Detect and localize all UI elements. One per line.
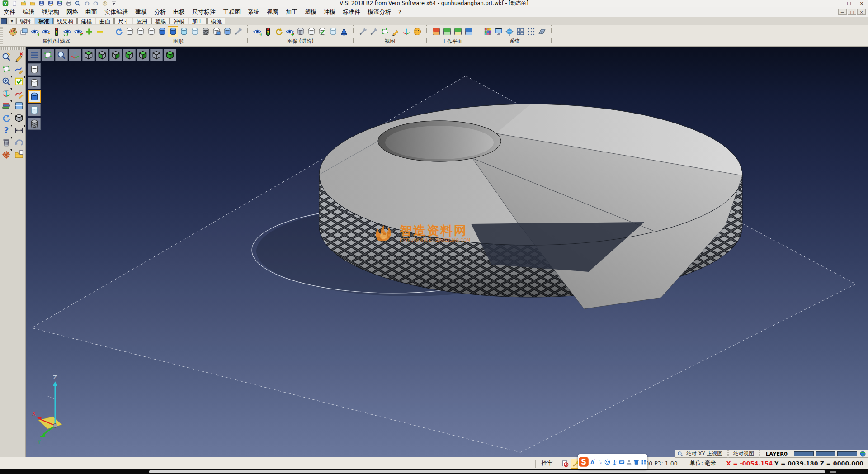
zoom-dynamic-button[interactable] [0,76,13,87]
units-label[interactable]: 单位: 毫米 [686,460,720,467]
delete-entities-button[interactable] [0,137,13,148]
new-document-button[interactable] [10,0,19,7]
query-help-button[interactable]: ? [0,124,13,136]
save-file-button[interactable] [38,0,46,7]
sketch-erase-button[interactable] [13,51,25,63]
view-sketch-button[interactable] [390,26,401,37]
system-colors-button[interactable] [482,26,493,37]
tab-曲面[interactable]: 曲面 [96,18,114,24]
menu-工程图[interactable]: 工程图 [219,7,244,17]
advanced-filter-light-button[interactable] [263,26,273,37]
view-frame-button[interactable] [379,26,390,37]
ghost-mode-button[interactable] [189,26,200,37]
menu-尺寸标注[interactable]: 尺寸标注 [189,7,219,17]
regen-graphics-button[interactable] [113,26,124,37]
undo-button[interactable] [83,0,91,7]
menu-标准件[interactable]: 标准件 [339,7,364,17]
orientation-axes-button[interactable] [0,88,13,100]
view-front-button[interactable] [109,49,122,61]
zoom-edit-button[interactable] [0,51,13,63]
advanced-visibility-button[interactable]: + [252,26,262,37]
ime-toolbox-button[interactable] [640,456,647,468]
system-workplane-surface-button[interactable] [537,26,547,37]
tab-标准[interactable]: 标准 [35,18,53,24]
remove-from-filter-button[interactable] [94,26,105,37]
regenerate-view-button[interactable] [0,112,13,124]
print-preview-button[interactable] [74,0,82,7]
display-translucent-button[interactable] [28,104,41,116]
menu-线架构[interactable]: 线架构 [38,7,63,17]
navigation-wheel-button[interactable] [0,149,13,161]
active-layer-label[interactable]: LAYER0 [762,451,792,457]
view-back-button[interactable] [123,49,136,61]
display-wireframe-button[interactable] [28,63,41,76]
view-left-button[interactable] [137,49,149,61]
menu-分析[interactable]: 分析 [151,7,170,17]
layer-filter-button[interactable] [19,26,29,37]
selection-frame-button[interactable] [0,63,13,75]
mdi-close-button[interactable]: × [857,9,866,15]
axonometric-axes-button[interactable] [69,49,81,61]
toolbar-separator-button[interactable] [119,0,127,7]
toolbar-options-button[interactable] [110,0,118,7]
spline-edit-button[interactable] [13,88,25,100]
menu-模流分析[interactable]: 模流分析 [364,7,395,17]
visi-logo-button[interactable]: V [1,0,9,7]
menu-塑模[interactable]: 塑模 [301,7,320,17]
mdi-restore-button[interactable]: □ [848,9,856,15]
tab-编辑[interactable]: 编辑 [16,18,34,24]
menu-曲面[interactable]: 曲面 [82,7,101,17]
menu-实体编辑[interactable]: 实体编辑 [101,7,132,17]
workplane-create-button[interactable] [442,26,452,37]
solid-preview-button[interactable] [13,112,25,124]
refresh-visibility-button[interactable] [62,26,72,37]
dock-drag-handle[interactable] [1,47,24,50]
validate-display-button[interactable] [317,26,327,37]
attribute-brush-button[interactable] [8,26,18,37]
absolute-view-label[interactable]: 绝对视图 [730,450,757,457]
ime-punctuation-button[interactable]: ’, [597,456,604,468]
add-to-filter-button[interactable] [84,26,94,37]
view-tools-extra-button[interactable] [368,26,379,37]
view-menu-button[interactable] [28,49,41,61]
open-file-button[interactable] [19,0,28,7]
workplane-delete-button[interactable] [431,26,441,37]
lock-toggle[interactable]: 拴牢 [538,460,556,467]
system-settings-button[interactable] [504,26,514,37]
menu-电极[interactable]: 电极 [170,7,189,17]
system-snap-grid-button[interactable] [526,26,536,37]
graphics-settings-button[interactable] [233,26,243,37]
menu-视窗[interactable]: 视窗 [263,7,282,17]
section-display-button[interactable] [295,26,306,37]
save-all-button[interactable] [56,0,64,7]
ime-language-button[interactable]: A’ [590,456,596,468]
pane-window-button[interactable] [13,100,25,112]
attribute-library-button[interactable] [0,100,13,112]
fit-view-button[interactable] [42,49,54,61]
menu-冲模[interactable]: 冲模 [320,7,339,17]
minimize-button[interactable]: — [830,0,843,7]
tab-冲模[interactable]: 冲模 [170,18,188,24]
maximize-button[interactable]: □ [843,0,855,7]
ime-voice-button[interactable] [611,456,618,468]
hide-entities-button[interactable]: − [40,26,51,37]
zoom-view-button[interactable] [55,49,68,61]
view-bottom-button[interactable] [96,49,108,61]
mixed-render-mode-button[interactable] [211,26,222,37]
taskbar-window-pill[interactable] [149,470,825,473]
confirm-selection-button[interactable] [13,76,25,87]
tab-模流[interactable]: 模流 [207,18,225,24]
view-top-button[interactable] [82,49,95,61]
wireframe-mode-button[interactable] [124,26,135,37]
undo-action-button[interactable] [13,137,25,148]
save-as-button[interactable] [47,0,55,7]
menu-文件[interactable]: 文件 [0,7,19,17]
dashed-hidden-mode-button[interactable] [146,26,156,37]
menu-?[interactable]: ? [395,8,405,16]
workplane-align-button[interactable] [463,26,474,37]
shaded-mode-button[interactable] [157,26,167,37]
advanced-toggle-button[interactable]: +− [284,26,295,37]
system-grid-button[interactable] [515,26,525,37]
hidden-line-mode-button[interactable] [135,26,146,37]
command-history-button[interactable] [101,0,109,7]
